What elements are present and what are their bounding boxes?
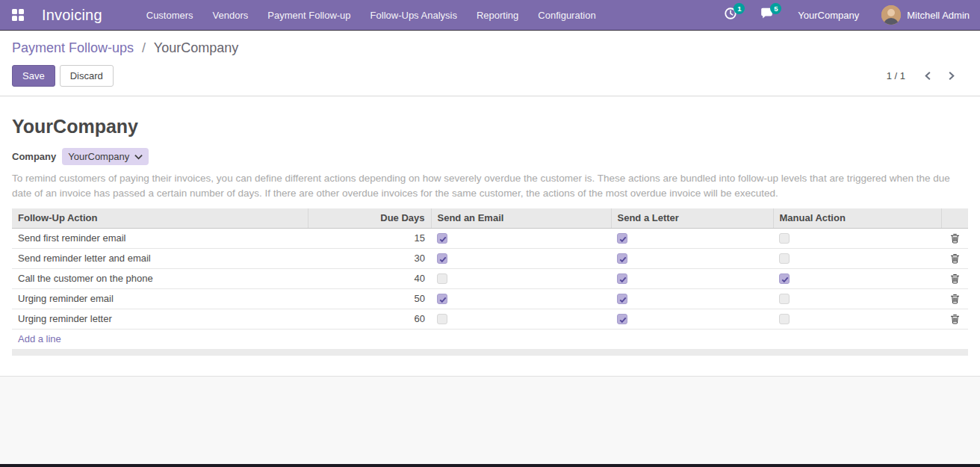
navbar-systray: 1 5 YourCompany Mitchell Admin <box>716 4 970 26</box>
discard-button[interactable]: Discard <box>60 65 114 87</box>
save-button[interactable]: Save <box>12 65 55 87</box>
table-row: Urging reminder email 50 <box>12 288 968 309</box>
user-name: Mitchell Admin <box>907 10 970 21</box>
delete-row-button[interactable] <box>949 232 961 245</box>
activities-badge: 1 <box>734 3 745 14</box>
menu-item-follow-ups-analysis[interactable]: Follow-Ups Analysis <box>361 0 467 30</box>
page-title: YourCompany <box>12 116 968 137</box>
table-row: Send first reminder email 15 <box>12 228 968 248</box>
activities-button[interactable]: 1 <box>716 4 745 26</box>
check-icon <box>438 255 447 264</box>
followup-rows: Send first reminder email 15 <box>12 228 968 329</box>
delete-row-button[interactable] <box>949 292 961 306</box>
trash-icon <box>950 314 960 324</box>
table-header-row: Follow-Up Action Due Days Send an Email … <box>12 208 968 228</box>
trash-icon <box>950 273 960 284</box>
send-letter-checkbox[interactable] <box>617 273 627 284</box>
user-menu[interactable]: Mitchell Admin <box>875 5 970 25</box>
manual-action-checkbox[interactable] <box>779 314 790 324</box>
main-menu: CustomersVendorsPayment Follow-upFollow-… <box>137 0 606 30</box>
chevron-down-icon <box>134 154 143 160</box>
row-action-cell[interactable]: Urging reminder letter <box>12 309 308 329</box>
company-select-value: YourCompany <box>68 151 129 162</box>
menu-item-configuration[interactable]: Configuration <box>528 0 605 30</box>
check-icon <box>781 275 790 284</box>
company-switcher[interactable]: YourCompany <box>789 10 868 21</box>
row-due-days-cell[interactable]: 60 <box>308 309 431 329</box>
table-row: Send reminder letter and email 30 <box>12 248 968 268</box>
send-letter-checkbox[interactable] <box>617 233 627 244</box>
row-action-cell[interactable]: Urging reminder email <box>12 288 308 309</box>
app-name[interactable]: Invoicing <box>42 7 102 24</box>
send-email-checkbox[interactable] <box>437 314 447 324</box>
pager-next-button[interactable] <box>945 69 958 82</box>
send-email-checkbox[interactable] <box>437 253 447 264</box>
manual-action-checkbox[interactable] <box>779 273 790 284</box>
row-due-days-cell[interactable]: 30 <box>308 248 431 268</box>
followup-levels-table: Follow-Up Action Due Days Send an Email … <box>12 208 968 349</box>
form-sheet: YourCompany Company YourCompany To remin… <box>0 96 980 376</box>
send-letter-checkbox[interactable] <box>617 253 627 264</box>
menu-item-payment-follow-up[interactable]: Payment Follow-up <box>258 0 360 30</box>
row-due-days-cell[interactable]: 50 <box>308 288 431 309</box>
check-icon <box>618 235 627 244</box>
delete-row-button[interactable] <box>949 252 961 265</box>
breadcrumb: Payment Follow-ups / YourCompany <box>12 40 968 56</box>
apps-menu-button[interactable] <box>7 6 31 24</box>
user-avatar <box>881 5 901 25</box>
trash-icon <box>950 294 960 304</box>
send-email-checkbox[interactable] <box>437 273 447 284</box>
manual-action-checkbox[interactable] <box>779 294 790 304</box>
chevron-left-icon <box>923 71 933 81</box>
header-manual-action[interactable]: Manual Action <box>773 208 941 228</box>
add-a-line-link[interactable]: Add a line <box>18 333 61 344</box>
avatar-photo <box>881 5 901 25</box>
row-due-days-cell[interactable]: 15 <box>308 228 431 248</box>
send-email-checkbox[interactable] <box>437 294 447 304</box>
breadcrumb-current: YourCompany <box>154 40 238 55</box>
pager: 1 / 1 <box>887 69 968 82</box>
delete-row-button[interactable] <box>949 272 961 285</box>
manual-action-checkbox[interactable] <box>779 253 790 264</box>
delete-row-button[interactable] <box>949 312 961 326</box>
check-icon <box>438 235 447 244</box>
header-send-an-email[interactable]: Send an Email <box>431 208 611 228</box>
followup-description: To remind customers of paying their invo… <box>12 171 968 201</box>
send-letter-checkbox[interactable] <box>617 314 627 324</box>
bottom-bar <box>0 464 980 467</box>
menu-item-reporting[interactable]: Reporting <box>467 0 528 30</box>
header-due-days[interactable]: Due Days <box>308 208 431 228</box>
pager-value: 1 / 1 <box>887 70 905 81</box>
table-row: Urging reminder letter 60 <box>12 309 968 329</box>
check-icon <box>438 295 447 304</box>
row-action-cell[interactable]: Send reminder letter and email <box>12 248 308 268</box>
header-followup-action[interactable]: Follow-Up Action <box>12 208 308 228</box>
send-letter-checkbox[interactable] <box>617 294 627 304</box>
manual-action-checkbox[interactable] <box>779 233 790 244</box>
messages-badge: 5 <box>770 3 781 14</box>
pager-previous-button[interactable] <box>922 69 934 82</box>
check-icon <box>618 255 627 264</box>
row-due-days-cell[interactable]: 40 <box>308 268 431 288</box>
breadcrumb-parent-link[interactable]: Payment Follow-ups <box>12 40 134 55</box>
control-panel: Payment Follow-ups / YourCompany Save Di… <box>0 31 980 96</box>
header-actions-column <box>941 208 968 228</box>
check-icon <box>618 295 627 304</box>
company-label: Company <box>12 151 56 162</box>
table-footer-strip <box>12 349 968 356</box>
row-action-cell[interactable]: Call the customer on the phone <box>12 268 308 288</box>
check-icon <box>618 275 627 284</box>
top-navbar: Invoicing CustomersVendorsPayment Follow… <box>0 0 980 31</box>
page-background <box>0 376 980 464</box>
trash-icon <box>950 233 960 244</box>
check-icon <box>618 315 627 324</box>
menu-item-vendors[interactable]: Vendors <box>203 0 258 30</box>
company-select[interactable]: YourCompany <box>62 148 149 165</box>
breadcrumb-separator: / <box>142 40 146 55</box>
row-action-cell[interactable]: Send first reminder email <box>12 228 308 248</box>
add-line-row: Add a line <box>12 329 968 349</box>
messages-button[interactable]: 5 <box>752 4 781 26</box>
header-send-a-letter[interactable]: Send a Letter <box>611 208 773 228</box>
send-email-checkbox[interactable] <box>437 233 447 244</box>
menu-item-customers[interactable]: Customers <box>137 0 203 30</box>
